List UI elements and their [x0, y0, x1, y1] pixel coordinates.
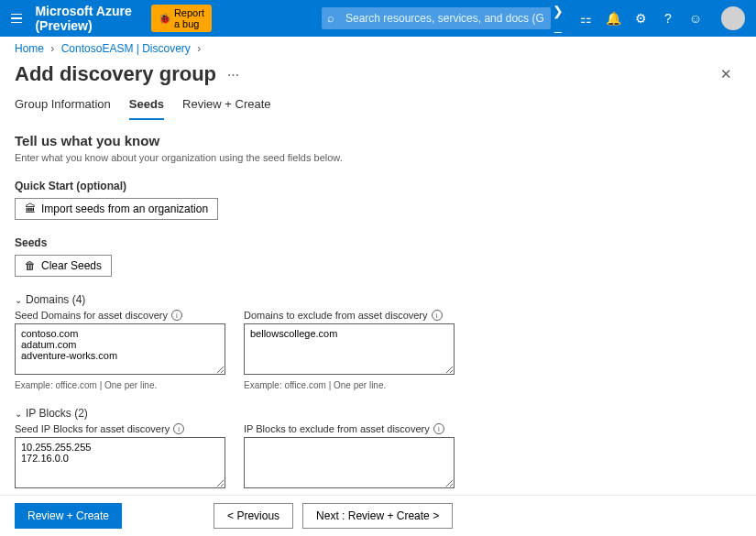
chevron-down-icon: ⌄: [15, 409, 22, 419]
hamburger-menu-icon[interactable]: [11, 9, 22, 27]
help-icon[interactable]: ?: [661, 11, 675, 26]
exclude-ipblocks-label: IP Blocks to exclude from asset discover…: [244, 423, 430, 434]
breadcrumb: Home › ContosoEASM | Discovery ›: [0, 37, 756, 60]
seed-domains-input[interactable]: [15, 323, 225, 375]
exclude-domains-example: Example: office.com | One per line.: [244, 380, 455, 390]
quickstart-label: Quick Start (optional): [15, 180, 741, 192]
chevron-down-icon: ⌄: [15, 295, 22, 305]
header-icon-group: ❯_ ⚏ 🔔 ⚙ ? ☺: [551, 4, 745, 33]
exclude-ipblocks-input[interactable]: [244, 437, 455, 488]
section-subtext: Enter what you know about your organizat…: [15, 152, 741, 163]
domains-group: ⌄ Domains (4) Seed Domains for asset dis…: [15, 293, 741, 390]
close-icon[interactable]: ✕: [720, 66, 732, 82]
chevron-right-icon: ›: [197, 42, 201, 55]
ipblocks-header-label: IP Blocks (2): [26, 407, 88, 420]
page-title-row: Add discovery group ⋯ ✕: [0, 60, 756, 93]
clear-seeds-button[interactable]: 🗑 Clear Seeds: [15, 255, 112, 277]
next-button[interactable]: Next : Review + Create >: [302, 503, 453, 529]
exclude-domains-input[interactable]: [244, 323, 455, 375]
tab-group-information[interactable]: Group Information: [15, 93, 111, 120]
exclude-domains-label: Domains to exclude from asset discovery: [244, 310, 428, 321]
tab-review-create[interactable]: Review + Create: [182, 93, 270, 120]
ipblocks-group: ⌄ IP Blocks (2) Seed IP Blocks for asset…: [15, 407, 741, 491]
top-header: Microsoft Azure (Preview) 🐞 Report a bug…: [0, 0, 756, 37]
wizard-tabs: Group Information Seeds Review + Create: [0, 93, 756, 120]
report-bug-button[interactable]: 🐞 Report a bug: [151, 5, 212, 32]
content-area: Tell us what you know Enter what you kno…: [0, 120, 756, 491]
seed-domains-label: Seed Domains for asset discovery: [15, 310, 168, 321]
domains-collapse-header[interactable]: ⌄ Domains (4): [15, 293, 741, 306]
notifications-icon[interactable]: 🔔: [606, 11, 620, 26]
wizard-footer: Review + Create < Previous Next : Review…: [0, 495, 756, 536]
section-heading: Tell us what you know: [15, 133, 741, 148]
breadcrumb-home[interactable]: Home: [15, 42, 44, 55]
info-icon[interactable]: i: [432, 310, 443, 321]
seed-ipblocks-label: Seed IP Blocks for asset discovery: [15, 423, 170, 434]
global-search-input[interactable]: [322, 7, 551, 29]
seed-domains-example: Example: office.com | One per line.: [15, 380, 225, 390]
feedback-icon[interactable]: ☺: [688, 11, 703, 26]
cloud-shell-icon[interactable]: ❯_: [551, 4, 565, 33]
info-icon[interactable]: i: [173, 423, 184, 434]
page-title: Add discovery group: [15, 62, 216, 86]
info-icon[interactable]: i: [433, 423, 444, 434]
user-avatar[interactable]: [721, 6, 745, 30]
more-actions-icon[interactable]: ⋯: [227, 68, 239, 82]
import-seeds-button[interactable]: 🏛 Import seeds from an organization: [15, 198, 218, 220]
settings-icon[interactable]: ⚙: [633, 11, 648, 26]
seeds-label: Seeds: [15, 236, 741, 249]
chevron-right-icon: ›: [50, 42, 54, 55]
ipblocks-collapse-header[interactable]: ⌄ IP Blocks (2): [15, 407, 741, 420]
breadcrumb-workspace[interactable]: ContosoEASM | Discovery: [61, 42, 191, 55]
previous-button[interactable]: < Previous: [214, 503, 293, 529]
bug-icon: 🐞: [159, 13, 171, 25]
search-icon: ⌕: [327, 11, 334, 25]
import-icon: 🏛: [25, 202, 36, 215]
review-create-button[interactable]: Review + Create: [15, 503, 122, 529]
domains-header-label: Domains (4): [26, 293, 85, 306]
seed-ipblocks-input[interactable]: [15, 437, 225, 488]
brand-label: Microsoft Azure (Preview): [35, 4, 133, 33]
info-icon[interactable]: i: [171, 310, 182, 321]
trash-icon: 🗑: [25, 259, 36, 272]
clear-seeds-label: Clear Seeds: [41, 259, 102, 272]
import-seeds-label: Import seeds from an organization: [41, 202, 208, 215]
report-bug-label: Report a bug: [174, 7, 204, 29]
tab-seeds[interactable]: Seeds: [129, 93, 164, 120]
directory-icon[interactable]: ⚏: [578, 11, 593, 26]
